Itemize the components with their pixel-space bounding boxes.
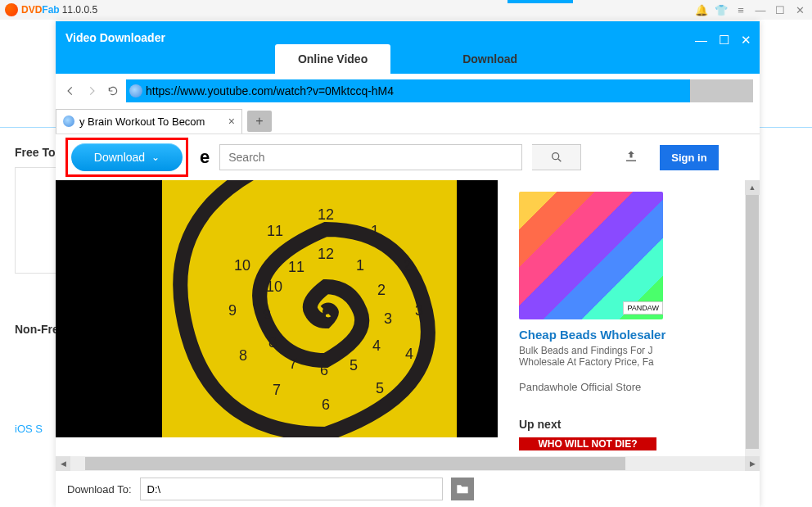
download-button-label: Download <box>94 151 145 164</box>
ad-title[interactable]: Cheap Beads Wholesaler <box>519 328 760 342</box>
svg-point-3 <box>323 308 329 315</box>
svg-text:2: 2 <box>404 257 412 274</box>
bell-icon[interactable]: 🔔 <box>694 2 709 17</box>
youtube-search <box>219 144 522 170</box>
youtube-toolbar: Download ⌄ e Sign in <box>56 134 760 180</box>
svg-text:4: 4 <box>372 337 381 354</box>
main-titlebar: DVDFab 11.0.0.5 🔔 👕 ≡ — ☐ ✕ <box>0 0 812 20</box>
modal-title: Video Downloader <box>65 31 165 44</box>
top-accent <box>508 0 573 3</box>
vertical-scrollbar[interactable]: ▲ ▼ <box>745 180 760 456</box>
youtube-sidebar: PANDAW Cheap Beads Wholesaler Bulk Beads… <box>498 180 760 456</box>
url-input[interactable] <box>146 84 753 97</box>
download-to-label: Download To: <box>67 483 132 496</box>
svg-text:10: 10 <box>266 278 282 295</box>
tab-favicon-icon <box>63 115 74 127</box>
horizontal-scrollbar[interactable]: ◀ ▶ <box>56 456 760 471</box>
svg-text:5: 5 <box>350 357 358 373</box>
scrollbar-thumb-h[interactable] <box>85 457 625 470</box>
search-icon <box>550 151 563 164</box>
search-input[interactable] <box>220 145 521 170</box>
svg-text:6: 6 <box>320 362 328 378</box>
youtube-logo-fragment: e <box>200 147 210 168</box>
scroll-up-icon[interactable]: ▲ <box>745 180 760 195</box>
shirt-icon[interactable]: 👕 <box>714 2 729 17</box>
scroll-left-icon[interactable]: ◀ <box>56 456 70 471</box>
svg-text:8: 8 <box>268 334 277 351</box>
svg-text:9: 9 <box>263 306 271 323</box>
upload-icon[interactable] <box>624 149 640 165</box>
svg-text:9: 9 <box>228 302 237 319</box>
scrollbar-thumb[interactable] <box>746 195 759 449</box>
download-to-bar: Download To: <box>56 471 760 507</box>
globe-icon <box>129 84 142 97</box>
ad-badge: PANDAW <box>623 301 663 315</box>
download-path-input[interactable] <box>140 478 443 500</box>
app-brand: DVDFab <box>21 4 60 16</box>
folder-icon <box>456 483 469 495</box>
svg-point-0 <box>552 153 558 160</box>
minimize-icon[interactable]: — <box>753 2 768 17</box>
chevron-down-icon: ⌄ <box>151 152 160 163</box>
new-tab-button[interactable]: + <box>247 111 272 132</box>
reload-icon[interactable] <box>105 83 121 99</box>
svg-text:2: 2 <box>377 282 386 298</box>
up-next-thumbnail[interactable]: WHO WILL NOT DIE? <box>519 437 656 450</box>
video-player[interactable]: 1212 345 678 91011 1212 345 678 91011 <box>56 180 498 437</box>
svg-text:12: 12 <box>318 246 334 262</box>
search-button[interactable] <box>532 144 581 170</box>
video-downloader-modal: Video Downloader — ☐ ✕ Online Video Down… <box>56 21 760 507</box>
download-button-highlight: Download ⌄ <box>65 138 188 177</box>
svg-text:11: 11 <box>267 223 283 239</box>
svg-text:3: 3 <box>415 302 423 319</box>
svg-text:8: 8 <box>239 347 247 364</box>
svg-text:10: 10 <box>234 257 250 274</box>
url-bar[interactable] <box>126 79 753 102</box>
browser-nav-bar <box>56 74 760 108</box>
forward-icon[interactable] <box>83 83 100 99</box>
svg-text:1: 1 <box>371 223 379 239</box>
app-logo-icon <box>5 3 18 16</box>
page-tab[interactable]: y Brain Workout To Becom × <box>56 109 242 134</box>
maximize-icon[interactable]: ☐ <box>773 2 787 17</box>
signin-button[interactable]: Sign in <box>660 145 718 170</box>
ad-description: Bulk Beads and Findings For J Wholesale … <box>519 345 760 368</box>
menu-icon[interactable]: ≡ <box>733 2 748 17</box>
svg-text:6: 6 <box>322 396 330 413</box>
ad-image[interactable]: PANDAW <box>519 192 663 319</box>
close-icon[interactable]: ✕ <box>792 2 807 17</box>
youtube-body: 1212 345 678 91011 1212 345 678 91011 <box>56 180 760 456</box>
svg-text:7: 7 <box>289 355 297 372</box>
svg-text:1: 1 <box>356 257 364 274</box>
svg-text:7: 7 <box>273 382 281 398</box>
tab-title: y Brain Workout To Becom <box>79 115 205 128</box>
download-button[interactable]: Download ⌄ <box>71 143 183 171</box>
tab-close-icon[interactable]: × <box>228 115 235 128</box>
svg-line-1 <box>558 159 561 161</box>
svg-text:5: 5 <box>376 380 384 396</box>
svg-text:4: 4 <box>405 346 413 362</box>
tab-strip: y Brain Workout To Becom × + <box>56 108 760 134</box>
svg-text:12: 12 <box>318 206 334 223</box>
svg-text:11: 11 <box>288 259 304 275</box>
up-next-heading: Up next <box>519 418 760 431</box>
tab-download[interactable]: Download <box>440 44 540 74</box>
tab-online-video[interactable]: Online Video <box>275 44 390 74</box>
video-thumbnail: 1212 345 678 91011 1212 345 678 91011 <box>162 180 457 437</box>
app-version: 11.0.0.5 <box>62 4 97 16</box>
back-icon[interactable] <box>62 83 79 99</box>
browse-folder-button[interactable] <box>451 478 474 500</box>
browser-content: Download ⌄ e Sign in <box>56 134 760 507</box>
scroll-right-icon[interactable]: ▶ <box>745 456 760 471</box>
ad-store: Pandawhole Official Store <box>519 381 760 393</box>
svg-text:3: 3 <box>384 310 392 327</box>
modal-header: Video Downloader — ☐ ✕ Online Video Down… <box>56 21 760 74</box>
